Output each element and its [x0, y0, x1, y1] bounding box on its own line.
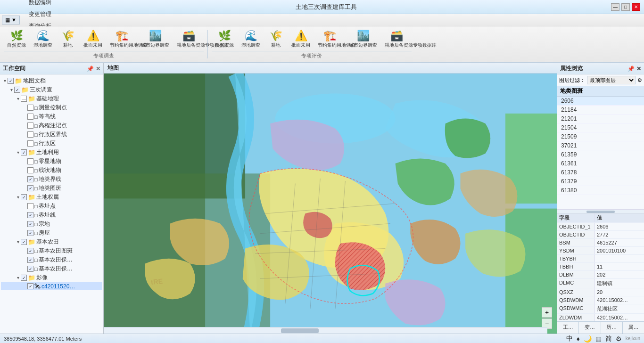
status-tool-jian[interactable]: 简 [605, 335, 612, 343]
tree-item-2[interactable]: ▾📁基础地理 [1, 94, 102, 103]
tree-checkbox-11[interactable] [27, 176, 33, 182]
tree-checkbox-15[interactable] [27, 212, 33, 218]
tree-item-21[interactable]: □基本农田保… [1, 264, 102, 273]
ribbon-btn-zrzy[interactable]: 🌿 自然资源 [4, 29, 29, 50]
status-tool-gear[interactable]: ⚙ [616, 335, 622, 343]
layer-item-6[interactable]: 61359 [557, 150, 644, 159]
tree-checkbox-4[interactable] [27, 114, 33, 120]
ribbon-btn-gd[interactable]: 🌾 耕地 [57, 29, 79, 50]
layer-list[interactable]: 2606211842120121504215093702161359613616… [557, 97, 644, 210]
tree-item-15[interactable]: □界址线 [1, 211, 102, 220]
tree-expand-13[interactable]: ▾ [15, 195, 21, 200]
tree-checkbox-9[interactable] [27, 158, 33, 164]
layer-item-1[interactable]: 21184 [557, 106, 644, 114]
ribbon-btn-sddc2[interactable]: 🌊 湿地调查 [238, 29, 264, 50]
quick-access-btn[interactable]: ▦ ▼ [2, 16, 20, 24]
layer-item-0[interactable]: 2606 [557, 97, 644, 106]
tree-checkbox-10[interactable] [27, 167, 33, 173]
tree-item-10[interactable]: □线状地物 [1, 166, 102, 175]
tree-checkbox-16[interactable] [27, 221, 33, 227]
tree-item-7[interactable]: □行政区 [1, 139, 102, 148]
ribbon-btn-zrzy2[interactable]: 🌿 自然资源 [212, 29, 237, 50]
layer-list-scrollbar[interactable] [557, 210, 644, 213]
tree-item-20[interactable]: □基本农田保… [1, 255, 102, 264]
tree-item-1[interactable]: ▾📁三次调查 [1, 85, 102, 94]
tree-item-19[interactable]: □基本农田图斑 [1, 246, 102, 255]
tree-checkbox-17[interactable] [27, 230, 33, 236]
tree-expand-0[interactable]: ▾ [2, 78, 8, 83]
tree-checkbox-0[interactable] [8, 78, 14, 84]
ribbon-btn-jyjyddc[interactable]: 🏗️ 节约集约用地调查 [107, 29, 137, 50]
tree-expand-18[interactable]: ▾ [15, 239, 21, 245]
tree-checkbox-18[interactable] [21, 239, 27, 245]
tree-item-11[interactable]: □地类界线 [1, 175, 102, 184]
attr-filter-config-icon[interactable]: ⚙ [637, 77, 642, 83]
status-tool-grid[interactable]: ▦ [595, 335, 602, 343]
tree-item-16[interactable]: □宗地 [1, 220, 102, 229]
tree-item-4[interactable]: □等高线 [1, 112, 102, 121]
tree-item-18[interactable]: ▾📁基本农田 [1, 237, 102, 246]
map-hscrollbar[interactable] [104, 327, 547, 334]
ribbon-btn-pwy[interactable]: ⚠️ 批而未用 [80, 29, 106, 50]
tree-item-23[interactable]: 🛰c42011520… [1, 282, 102, 290]
ribbon-btn-pwy2[interactable]: ⚠️ 批而未用 [288, 29, 314, 50]
tree-expand-2[interactable]: ▾ [15, 96, 21, 101]
zoom-in-button[interactable]: + [542, 307, 552, 318]
ribbon-btn-csbj2[interactable]: 🏙️ 城市边界调查 [346, 29, 380, 50]
layer-item-5[interactable]: 37021 [557, 141, 644, 150]
tree-item-14[interactable]: □界址点 [1, 202, 102, 211]
ribbon-btn-gdbc[interactable]: 🗃️ 耕地后备资源专项数据库 [173, 29, 204, 50]
layer-item-7[interactable]: 61361 [557, 159, 644, 168]
tree-expand-22[interactable]: ▾ [15, 275, 21, 280]
map-area[interactable]: 地图 [104, 63, 557, 334]
menu-item-变更管理[interactable]: 变更管理 [24, 8, 68, 20]
tree-item-8[interactable]: ▾📁土地利用 [1, 148, 102, 157]
tree-item-0[interactable]: ▾📁地图文档 [1, 76, 102, 85]
tree-item-5[interactable]: □高程注记点 [1, 121, 102, 130]
attr-panel-pin-icon[interactable]: 📌 [627, 65, 635, 72]
tree-item-13[interactable]: ▾📁土地权属 [1, 193, 102, 202]
tree-item-22[interactable]: ▾📁影像 [1, 273, 102, 282]
tree-checkbox-1[interactable] [14, 87, 20, 93]
ribbon-btn-gdbc2[interactable]: 🗃️ 耕地后备资源专项数据库 [381, 29, 412, 50]
attr-footer-btn-1[interactable]: 变… [579, 322, 601, 334]
layer-item-3[interactable]: 21504 [557, 123, 644, 132]
tree-expand-1[interactable]: ▾ [8, 87, 14, 92]
ribbon-btn-csbj[interactable]: 🏙️ 城市边界调查 [138, 29, 173, 50]
close-button[interactable]: ✕ [632, 3, 640, 11]
attr-filter-select[interactable]: 最顶部图层 [587, 76, 636, 84]
status-tool-moon[interactable]: 🌙 [584, 335, 592, 343]
maximize-button[interactable]: □ [621, 3, 630, 11]
tree-checkbox-3[interactable] [27, 105, 33, 111]
map-canvas[interactable]: tRE [104, 74, 557, 334]
tree-checkbox-22[interactable] [21, 275, 27, 281]
tree-checkbox-23[interactable] [27, 283, 33, 289]
tree-item-9[interactable]: □零星地物 [1, 157, 102, 166]
attr-footer-btn-0[interactable]: 工… [557, 322, 579, 334]
tree-checkbox-5[interactable] [27, 122, 33, 129]
attr-footer-btn-2[interactable]: 历… [601, 322, 623, 334]
minimize-button[interactable]: — [611, 3, 619, 11]
menu-item-数据编辑[interactable]: 数据编辑 [24, 0, 68, 8]
tree-checkbox-14[interactable] [27, 203, 33, 209]
layer-item-10[interactable]: 61380 [557, 186, 644, 195]
attr-panel-close-icon[interactable]: ✕ [636, 65, 641, 72]
status-tool-zh[interactable]: 中 [566, 335, 573, 343]
tree-checkbox-13[interactable] [21, 194, 27, 200]
tree-checkbox-12[interactable] [27, 185, 33, 191]
ribbon-btn-sddc[interactable]: 🌊 湿地调查 [30, 29, 56, 50]
tree-checkbox-8[interactable] [21, 149, 27, 155]
layer-item-8[interactable]: 61378 [557, 168, 644, 177]
workspace-close-icon[interactable]: ✕ [96, 65, 100, 72]
tree-checkbox-2[interactable] [21, 96, 27, 102]
tree-checkbox-21[interactable] [27, 266, 33, 272]
ribbon-btn-gd2[interactable]: 🌾 耕地 [264, 29, 287, 50]
ribbon-btn-jyjypj[interactable]: 🏗️ 节约集约用地评价 [314, 29, 345, 50]
tree-expand-8[interactable]: ▾ [15, 150, 21, 155]
tree-checkbox-20[interactable] [27, 257, 33, 263]
tree-checkbox-7[interactable] [27, 140, 33, 147]
layer-item-2[interactable]: 21201 [557, 114, 644, 123]
status-tool-diamond[interactable]: ♦ [577, 335, 580, 343]
layer-item-4[interactable]: 21509 [557, 132, 644, 141]
tree-item-12[interactable]: □地类图斑 [1, 184, 102, 193]
